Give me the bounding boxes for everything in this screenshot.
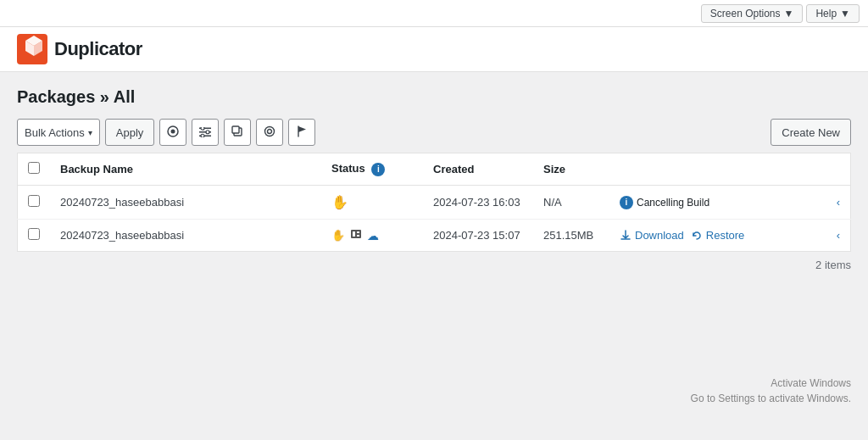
download-label: Download bbox=[635, 229, 684, 242]
screen-options-button[interactable]: Screen Options ▼ bbox=[701, 4, 804, 23]
screen-options-label: Screen Options bbox=[710, 8, 781, 19]
page-content: Packages » All Bulk Actions ▾ Apply bbox=[0, 72, 868, 293]
filter-icon-button[interactable] bbox=[159, 119, 186, 146]
page-title: Packages » All bbox=[17, 87, 851, 107]
table-row: 20240723_haseebabbasi ✋ 2024-07-23 16:03… bbox=[18, 186, 851, 220]
row1-size: N/A bbox=[543, 196, 562, 209]
table-row: 20240723_haseebabbasi ✋ bbox=[18, 220, 851, 252]
row2-hand-icon: ✋ bbox=[331, 229, 345, 242]
svg-point-8 bbox=[201, 134, 204, 137]
packages-table: Backup Name Status i Created Size bbox=[17, 153, 851, 252]
row2-status-icons: ✋ ☁ bbox=[331, 228, 413, 242]
restore-label: Restore bbox=[706, 229, 745, 242]
header-created: Created bbox=[423, 153, 533, 186]
toolbar: Bulk Actions ▾ Apply bbox=[17, 119, 851, 146]
top-bar: Screen Options ▼ Help ▼ bbox=[0, 0, 868, 27]
cancelling-build-text: Cancelling Build bbox=[637, 197, 709, 209]
apply-button[interactable]: Apply bbox=[105, 119, 155, 146]
row1-backup-name: 20240723_haseebabbasi bbox=[60, 196, 184, 209]
restore-button[interactable]: Restore bbox=[691, 229, 745, 242]
header-size: Size bbox=[533, 153, 609, 186]
table-footer: 2 items bbox=[17, 252, 851, 278]
row2-size-cell: 251.15MB bbox=[533, 220, 609, 252]
settings-icon-button[interactable] bbox=[192, 119, 219, 146]
row2-chevron-cell[interactable]: ‹ bbox=[826, 220, 851, 252]
row2-size: 251.15MB bbox=[543, 229, 593, 242]
create-new-button[interactable]: Create New bbox=[771, 119, 851, 146]
row1-status-icon: ✋ bbox=[331, 195, 348, 209]
flag-icon bbox=[297, 125, 308, 140]
help-label: Help bbox=[815, 8, 837, 19]
header-backup-name: Backup Name bbox=[50, 153, 321, 186]
svg-rect-13 bbox=[351, 230, 361, 238]
screen-options-chevron: ▼ bbox=[784, 8, 794, 19]
svg-rect-15 bbox=[357, 231, 359, 233]
row1-created: 2024-07-23 16:03 bbox=[433, 196, 520, 209]
item-count: 2 items bbox=[815, 259, 851, 271]
header-actions bbox=[609, 153, 826, 186]
svg-rect-16 bbox=[357, 235, 359, 237]
activate-windows-watermark: Activate Windows Go to Settings to activ… bbox=[691, 376, 851, 406]
row1-checkbox[interactable] bbox=[28, 195, 40, 207]
row1-created-cell: 2024-07-23 16:03 bbox=[423, 186, 533, 220]
help-button[interactable]: Help ▼ bbox=[806, 4, 860, 23]
select-all-checkbox[interactable] bbox=[28, 162, 40, 174]
row2-actions-container: Download Restore bbox=[620, 229, 815, 242]
row2-name-cell: 20240723_haseebabbasi bbox=[50, 220, 321, 252]
activate-windows-line1: Activate Windows bbox=[691, 376, 851, 391]
row2-status-cell: ✋ ☁ bbox=[321, 220, 423, 252]
help-chevron: ▼ bbox=[840, 8, 850, 19]
filter-icon bbox=[167, 125, 179, 140]
row1-actions-cell: i Cancelling Build bbox=[609, 186, 826, 220]
settings-icon bbox=[199, 125, 211, 140]
row2-checkbox[interactable] bbox=[28, 228, 40, 240]
row2-cloud-icon: ☁ bbox=[367, 229, 379, 242]
svg-point-7 bbox=[206, 130, 209, 133]
bulk-actions-dropdown[interactable]: Bulk Actions ▾ bbox=[17, 119, 100, 146]
row1-name-cell: 20240723_haseebabbasi bbox=[50, 186, 321, 220]
copy-icon-button[interactable] bbox=[224, 119, 251, 146]
copy-icon bbox=[231, 125, 243, 140]
row2-created: 2024-07-23 15:07 bbox=[433, 229, 520, 242]
logo-text: Duplicator bbox=[54, 38, 142, 60]
toolbar-right: Create New bbox=[771, 119, 851, 146]
row2-check-cell bbox=[18, 220, 51, 252]
svg-rect-10 bbox=[232, 126, 239, 133]
download-button[interactable]: Download bbox=[620, 229, 684, 242]
duplicator-logo-icon bbox=[17, 34, 47, 64]
bulk-actions-label: Bulk Actions bbox=[25, 126, 85, 139]
circle-icon-button[interactable] bbox=[256, 119, 283, 146]
row2-created-cell: 2024-07-23 15:07 bbox=[423, 220, 533, 252]
header-chevron bbox=[826, 153, 851, 186]
svg-point-2 bbox=[171, 129, 175, 133]
svg-point-6 bbox=[201, 127, 204, 130]
row1-status-cell: ✋ bbox=[321, 186, 423, 220]
circle-icon bbox=[264, 125, 275, 140]
table-header-row: Backup Name Status i Created Size bbox=[18, 153, 851, 186]
row1-chevron-cell[interactable]: ‹ bbox=[826, 186, 851, 220]
cancelling-info-icon: i bbox=[620, 196, 633, 209]
logo-bar: Duplicator bbox=[0, 27, 868, 72]
cancelling-build-container: i Cancelling Build bbox=[620, 196, 815, 209]
activate-windows-line2: Go to Settings to activate Windows. bbox=[691, 391, 851, 406]
toolbar-left: Bulk Actions ▾ Apply bbox=[17, 119, 315, 146]
row2-db-icon bbox=[350, 228, 362, 242]
row2-actions-cell: Download Restore bbox=[609, 220, 826, 252]
row2-backup-name: 20240723_haseebabbasi bbox=[60, 229, 184, 242]
row1-size-cell: N/A bbox=[533, 186, 609, 220]
svg-point-11 bbox=[265, 126, 275, 136]
bulk-actions-chevron: ▾ bbox=[88, 128, 92, 137]
flag-icon-button[interactable] bbox=[288, 119, 315, 146]
svg-rect-14 bbox=[353, 231, 355, 237]
header-checkbox-cell bbox=[18, 153, 51, 186]
svg-point-12 bbox=[268, 129, 272, 133]
header-status: Status i bbox=[321, 153, 423, 186]
status-info-icon[interactable]: i bbox=[371, 163, 385, 176]
row1-check-cell bbox=[18, 186, 51, 220]
